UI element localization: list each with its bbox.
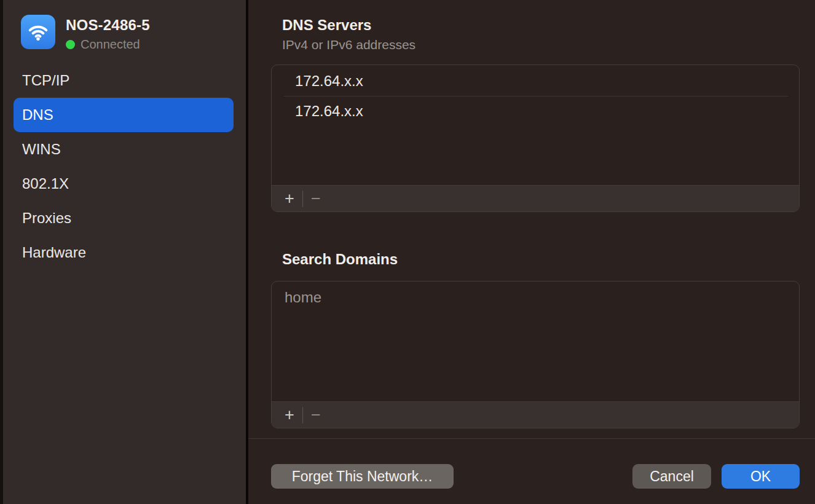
sidebar-item-8021x[interactable]: 802.1X — [14, 167, 234, 201]
cancel-button[interactable]: Cancel — [632, 464, 711, 489]
search-domains-controls: + − — [272, 401, 799, 428]
wifi-icon — [21, 15, 55, 49]
connection-status: Connected — [66, 37, 150, 51]
dns-servers-subtitle: IPv4 or IPv6 addresses — [282, 37, 800, 52]
connection-header: NOS-2486-5 Connected — [0, 15, 248, 51]
dns-servers-title: DNS Servers — [282, 17, 800, 33]
forget-network-button[interactable]: Forget This Network… — [271, 464, 454, 489]
dns-servers-rows: 172.64.x.x 172.64.x.x — [272, 65, 799, 185]
add-search-domain-button[interactable]: + — [277, 405, 302, 425]
settings-nav: TCP/IP DNS WINS 802.1X Proxies Hardware — [0, 63, 248, 270]
status-text: Connected — [81, 37, 140, 51]
search-domain-value: home — [285, 289, 321, 306]
search-domains-rows: home — [272, 282, 799, 401]
dns-server-value: 172.64.x.x — [295, 73, 363, 90]
dns-server-row[interactable]: 172.64.x.x — [272, 66, 799, 96]
footer-bar: Forget This Network… Cancel OK — [271, 464, 800, 489]
sidebar: NOS-2486-5 Connected TCP/IP DNS WINS 802… — [0, 0, 248, 504]
dns-servers-controls: + − — [272, 185, 799, 211]
dns-server-row[interactable]: 172.64.x.x — [272, 96, 799, 126]
remove-dns-server-button[interactable]: − — [303, 189, 329, 208]
sidebar-item-wins[interactable]: WINS — [14, 132, 234, 167]
dns-settings-panel: DNS Servers IPv4 or IPv6 addresses 172.6… — [248, 0, 815, 504]
add-dns-server-button[interactable]: + — [277, 189, 302, 208]
search-domains-listbox: home + − — [271, 281, 800, 428]
sidebar-item-hardware[interactable]: Hardware — [14, 235, 234, 270]
remove-search-domain-button[interactable]: − — [303, 405, 329, 425]
sidebar-item-proxies[interactable]: Proxies — [14, 201, 234, 235]
connection-meta: NOS-2486-5 Connected — [66, 15, 150, 51]
search-domain-row[interactable]: home — [272, 283, 799, 312]
network-details-window: NOS-2486-5 Connected TCP/IP DNS WINS 802… — [0, 0, 815, 504]
ok-button[interactable]: OK — [722, 464, 800, 489]
window-edge — [0, 0, 3, 504]
dns-servers-listbox: 172.64.x.x 172.64.x.x + − — [271, 65, 800, 212]
search-domains-title: Search Domains — [282, 251, 800, 267]
status-dot-icon — [66, 40, 75, 49]
sidebar-item-dns[interactable]: DNS — [14, 98, 234, 132]
footer-divider — [248, 438, 815, 439]
dns-server-value: 172.64.x.x — [295, 103, 363, 120]
sidebar-item-tcpip[interactable]: TCP/IP — [14, 63, 234, 98]
network-name: NOS-2486-5 — [66, 17, 150, 34]
